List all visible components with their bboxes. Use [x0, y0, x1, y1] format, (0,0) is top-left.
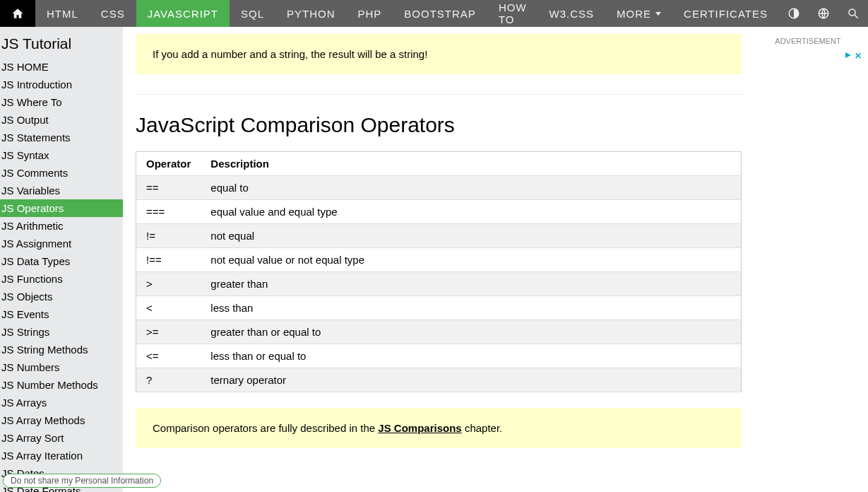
cell-description: equal to: [201, 176, 741, 200]
table-row: !==not equal value or not equal type: [136, 248, 742, 272]
comparison-operators-table: Operator Description ==equal to===equal …: [136, 151, 742, 392]
th-operator: Operator: [136, 152, 201, 176]
cell-operator: ?: [136, 368, 201, 392]
nav-css[interactable]: CSS: [90, 0, 136, 27]
sidebar-item-js-events[interactable]: JS Events: [0, 305, 123, 323]
cell-description: less than or equal to: [201, 344, 741, 368]
sidebar-item-js-comments[interactable]: JS Comments: [0, 164, 123, 182]
search-icon[interactable]: [838, 0, 868, 27]
advertisement-label: ADVERTISEMENT: [751, 37, 864, 45]
sidebar-item-js-numbers[interactable]: JS Numbers: [0, 358, 123, 376]
theme-toggle-icon[interactable]: [779, 0, 809, 27]
sidebar-item-js-objects[interactable]: JS Objects: [0, 288, 123, 305]
cookie-optout-button[interactable]: Do not share my Personal Information: [3, 474, 161, 488]
table-row: !=not equal: [136, 224, 742, 248]
nav-javascript[interactable]: JAVASCRIPT: [136, 0, 230, 27]
note-pre: Comparison operators are fully described…: [153, 422, 378, 434]
caret-down-icon: [655, 12, 661, 16]
table-row: >=greater than or equal to: [136, 320, 742, 344]
nav-certificates[interactable]: CERTIFICATES: [672, 0, 779, 27]
nav-python[interactable]: PYTHON: [275, 0, 347, 27]
cell-operator: >=: [136, 320, 201, 344]
adchoices-icon[interactable]: [844, 51, 852, 61]
sidebar-item-js-data-types[interactable]: JS Data Types: [0, 252, 123, 270]
table-row: <less than: [136, 296, 742, 320]
note-string-result: If you add a number and a string, the re…: [136, 34, 742, 74]
table-row: <=less than or equal to: [136, 344, 742, 368]
cell-operator: >: [136, 272, 201, 296]
globe-icon[interactable]: [809, 0, 838, 27]
nav-sql[interactable]: SQL: [230, 0, 275, 27]
cell-operator: !=: [136, 224, 201, 248]
nav-howto[interactable]: HOW TO: [487, 0, 538, 27]
note-comparisons-link: Comparison operators are fully described…: [136, 408, 742, 448]
sidebar-item-js-output[interactable]: JS Output: [0, 111, 123, 129]
home-icon[interactable]: [0, 0, 35, 27]
sidebar-item-js-syntax[interactable]: JS Syntax: [0, 146, 123, 164]
sidebar-item-js-array-sort[interactable]: JS Array Sort: [0, 429, 123, 447]
nav-more-label: MORE: [617, 8, 651, 20]
sidebar: JS Tutorial JS HOME JS Introduction JS W…: [0, 27, 123, 492]
sidebar-item-js-array-iteration[interactable]: JS Array Iteration: [0, 447, 123, 464]
divider: [136, 94, 742, 95]
nav-w3css[interactable]: W3.CSS: [538, 0, 606, 27]
cell-description: greater than or equal to: [201, 320, 741, 344]
nav-bootstrap[interactable]: BOOTSTRAP: [393, 0, 487, 27]
sidebar-item-js-strings[interactable]: JS Strings: [0, 323, 123, 341]
table-row: ==equal to: [136, 176, 742, 200]
sidebar-item-js-operators[interactable]: JS Operators: [0, 199, 123, 217]
svg-point-2: [849, 9, 855, 16]
cell-description: not equal: [201, 224, 741, 248]
nav-html[interactable]: HTML: [35, 0, 90, 27]
nav-more[interactable]: MORE: [605, 0, 672, 27]
cell-description: greater than: [201, 272, 741, 296]
cell-operator: ===: [136, 200, 201, 224]
sidebar-item-js-introduction[interactable]: JS Introduction: [0, 76, 123, 93]
js-comparisons-link[interactable]: JS Comparisons: [378, 422, 461, 434]
cell-description: ternary operator: [201, 368, 741, 392]
sidebar-item-js-arithmetic[interactable]: JS Arithmetic: [0, 217, 123, 235]
sidebar-item-js-array-methods[interactable]: JS Array Methods: [0, 411, 123, 429]
main-content: If you add a number and a string, the re…: [123, 27, 751, 482]
sidebar-item-js-functions[interactable]: JS Functions: [0, 270, 123, 288]
cell-operator: !==: [136, 248, 201, 272]
cell-description: less than: [201, 296, 741, 320]
sidebar-item-js-where-to[interactable]: JS Where To: [0, 93, 123, 111]
sidebar-item-js-home[interactable]: JS HOME: [0, 58, 123, 76]
sidebar-item-js-variables[interactable]: JS Variables: [0, 182, 123, 199]
table-row: ?ternary operator: [136, 368, 742, 392]
cell-operator: <: [136, 296, 201, 320]
sidebar-item-js-arrays[interactable]: JS Arrays: [0, 394, 123, 411]
sidebar-heading: JS Tutorial: [0, 27, 123, 58]
sidebar-item-js-number-methods[interactable]: JS Number Methods: [0, 376, 123, 394]
sidebar-item-js-assignment[interactable]: JS Assignment: [0, 235, 123, 252]
sidebar-item-js-string-methods[interactable]: JS String Methods: [0, 341, 123, 358]
cell-operator: <=: [136, 344, 201, 368]
svg-line-3: [855, 15, 858, 18]
table-row: ===equal value and equal type: [136, 200, 742, 224]
table-row: >greater than: [136, 272, 742, 296]
nav-php[interactable]: PHP: [347, 0, 393, 27]
sidebar-item-js-statements[interactable]: JS Statements: [0, 129, 123, 146]
cell-operator: ==: [136, 176, 201, 200]
cell-description: equal value and equal type: [201, 200, 741, 224]
close-ad-icon[interactable]: ✕: [855, 51, 862, 61]
note-text: If you add a number and a string, the re…: [153, 48, 427, 60]
th-description: Description: [201, 152, 741, 176]
cell-description: not equal value or not equal type: [201, 248, 741, 272]
top-nav: HTML CSS JAVASCRIPT SQL PYTHON PHP BOOTS…: [0, 0, 868, 27]
section-title: JavaScript Comparison Operators: [136, 113, 742, 137]
right-column: ADVERTISEMENT ✕: [751, 27, 864, 45]
note-post: chapter.: [462, 422, 503, 434]
